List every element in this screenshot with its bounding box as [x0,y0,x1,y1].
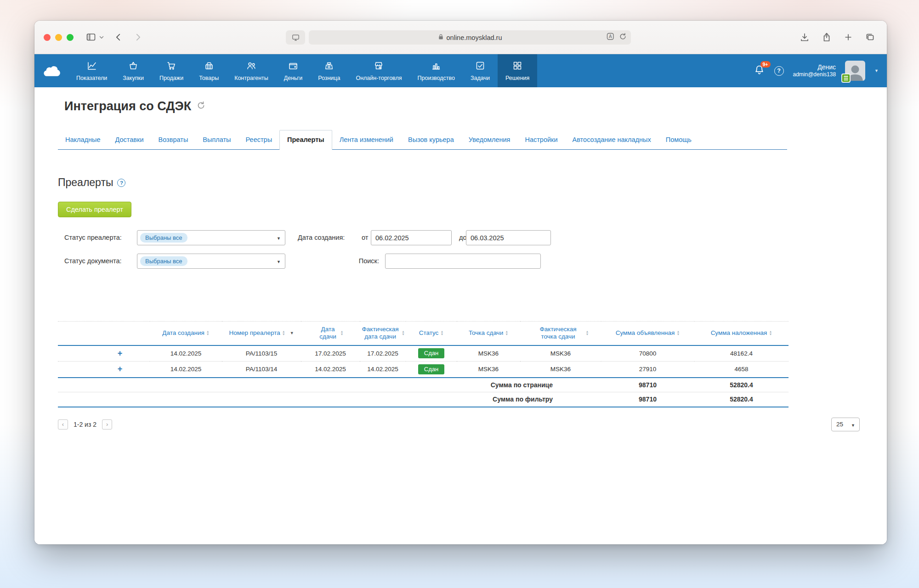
moysklad-logo[interactable] [34,54,68,87]
column-header-cod-sum[interactable]: Сумма наложенная▲▼ [694,322,789,345]
forward-icon[interactable] [133,33,142,42]
date-to-input[interactable] [466,230,551,245]
tab-dostavki[interactable]: Доставки [108,130,151,149]
share-icon[interactable] [822,32,832,42]
cell-actual-date: 14.02.2025 [360,362,406,378]
address-area: online.moysklad.ru A [286,30,631,45]
tab-lenta-izmeneniy[interactable]: Лента изменений [332,130,401,149]
nav-item-tasks[interactable]: Задачи [463,54,498,87]
tab-nastroyki[interactable]: Настройки [517,130,565,149]
chevron-down-icon: ▼ [277,260,281,264]
address-bar[interactable]: online.moysklad.ru A [309,30,631,45]
nav-item-purchases[interactable]: Закупки [115,54,152,87]
page-size-value: 25 [836,421,843,428]
tab-prealerty[interactable]: Преалерты [279,130,332,150]
nav-item-indicators[interactable]: Показатели [68,54,115,87]
minimize-window-button[interactable] [55,34,62,41]
downloads-icon[interactable] [800,32,810,42]
prealert-status-select[interactable]: Выбраны все ▼ [137,230,285,245]
nav-item-counterparties[interactable]: Контрагенты [227,54,276,87]
selected-all-chip: Выбраны все [140,233,187,243]
sort-icon[interactable]: ▲▼ [769,330,772,336]
column-header-created[interactable]: Дата создания▲▼ [150,322,222,345]
notifications-button[interactable]: 9+ [754,64,765,78]
tab-reestry[interactable]: Реестры [238,130,280,149]
cell-created: 14.02.2025 [150,345,222,362]
table-row[interactable]: + 14.02.2025 РА/1103/14 14.02.2025 14.02… [58,362,789,378]
column-header-status[interactable]: Статус▲▼ [406,322,457,345]
pagination: ‹ 1-2 из 2 › 25 ▼ [58,418,860,431]
nav-item-label: Продажи [159,75,183,81]
tab-vozvraty[interactable]: Возвраты [151,130,196,149]
table-row[interactable]: + 14.02.2025 РА/1103/15 17.02.2025 17.02… [58,345,789,362]
nav-item-sales[interactable]: Продажи [152,54,191,87]
goods-icon [204,61,214,73]
main-nav: Показатели Закупки Продажи Товары Контра… [68,54,537,87]
status-badge: Сдан [418,364,444,374]
close-window-button[interactable] [44,34,51,41]
sort-icon[interactable]: ▲▼ [206,330,210,336]
next-page-button[interactable]: › [102,419,112,430]
tab-nakladnye[interactable]: Накладные [58,130,108,149]
summary-cod: 52820.4 [694,392,789,407]
user-info[interactable]: Денис admin@denis138 [793,63,836,79]
nav-item-production[interactable]: Производство [410,54,463,87]
plus-icon[interactable]: + [118,364,123,373]
column-header-actual-point[interactable]: Фактическая точка сдачи▲▼ [520,322,601,345]
column-header-actual-date[interactable]: Фактическая дата сдачи▲▼ [360,322,406,345]
new-tab-icon[interactable] [844,33,853,42]
pagination-info: 1-2 из 2 [74,421,96,428]
nav-item-label: Товары [199,75,219,81]
sort-icon[interactable]: ▲▼ [340,330,344,336]
apps-icon [512,61,522,73]
zoom-window-button[interactable] [67,34,74,41]
column-header-point[interactable]: Точка сдачи▲▼ [457,322,520,345]
tab-vyplaty[interactable]: Выплаты [195,130,238,149]
search-input[interactable] [385,254,541,269]
nav-item-online-trade[interactable]: Онлайн-торговля [348,54,409,87]
column-header-number[interactable]: Номер преалерта▲▼▼ [222,322,301,345]
sidebar-chevron-icon[interactable] [99,36,104,39]
nav-item-goods[interactable]: Товары [191,54,227,87]
nav-item-retail[interactable]: Розница [310,54,348,87]
lock-icon [438,34,444,41]
prev-page-button[interactable]: ‹ [58,419,68,430]
translate-icon[interactable]: A [607,33,614,42]
cell-cod: 48162.4 [694,345,789,362]
date-from-input[interactable] [371,230,452,245]
sort-icon[interactable]: ▲▼ [505,330,508,336]
nav-item-label: Розница [318,75,340,81]
sort-icon[interactable]: ▲▼ [440,330,443,336]
tab-vyzov-kuryera[interactable]: Вызов курьера [401,130,461,149]
column-menu-icon[interactable]: ▼ [290,331,294,336]
chevron-down-icon[interactable]: ▼ [874,68,879,73]
sort-icon[interactable]: ▲▼ [586,330,589,336]
refresh-icon[interactable] [197,101,205,112]
cell-declared: 70800 [601,345,694,362]
url-display: online.moysklad.ru [438,34,502,41]
create-prealert-button[interactable]: Сделать преалерт [58,202,131,217]
column-header-declared-sum[interactable]: Сумма объявленная▲▼ [601,322,694,345]
sort-icon[interactable]: ▲▼ [402,330,405,336]
tab-uvedomleniya[interactable]: Уведомления [461,130,518,149]
tab-avtosozdanie[interactable]: Автосоздание накладных [565,130,658,149]
page-appearance-button[interactable] [286,30,305,45]
column-header-due[interactable]: Дата сдачи▲▼ [301,322,360,345]
nav-item-label: Закупки [123,75,144,81]
sidebar-toggle-icon[interactable] [85,32,96,42]
sort-icon[interactable]: ▲▼ [282,330,285,336]
tab-pomosch[interactable]: Помощь [658,130,699,149]
user-menu[interactable] [845,61,865,81]
section-help-icon[interactable]: ? [117,179,125,187]
page-size-select[interactable]: 25 ▼ [831,418,860,431]
document-status-select[interactable]: Выбраны все ▼ [137,254,285,269]
tab-overview-icon[interactable] [865,32,875,42]
back-icon[interactable] [114,33,123,42]
reload-icon[interactable] [619,33,627,42]
help-button[interactable]: ? [774,66,784,76]
sort-icon[interactable]: ▲▼ [676,330,680,336]
nav-item-money[interactable]: Деньги [276,54,310,87]
plus-icon[interactable]: + [118,349,123,358]
nav-item-solutions[interactable]: Решения [498,54,537,87]
page-title: Интеграция со СДЭК [64,99,191,113]
